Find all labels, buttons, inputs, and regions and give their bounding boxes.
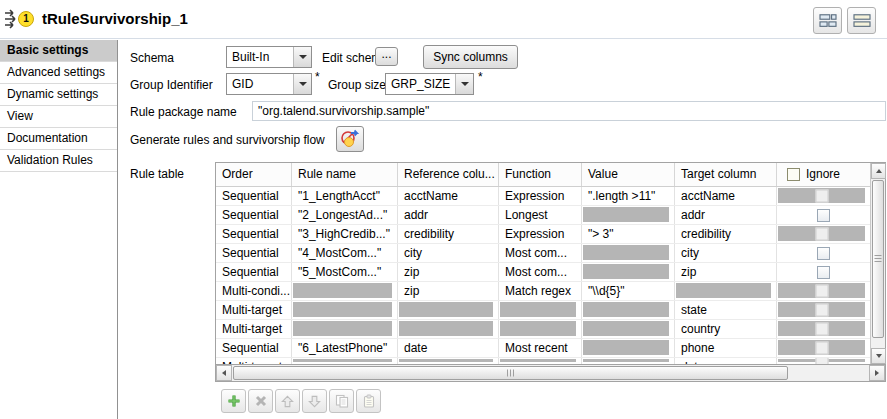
remove-row-button[interactable] xyxy=(248,389,273,413)
table-row: Multi-targetstate xyxy=(216,301,870,320)
column-header-order: Order xyxy=(216,163,292,186)
table-cell[interactable]: city xyxy=(398,244,499,262)
table-cell[interactable]: zip xyxy=(675,263,777,281)
ignore-checkbox[interactable] xyxy=(777,244,870,262)
table-cell-disabled xyxy=(582,301,675,319)
sidebar-item-validation-rules[interactable]: Validation Rules xyxy=(0,150,117,172)
table-cell[interactable]: Multi-target xyxy=(216,301,292,319)
component-header: 1 tRuleSurvivorship_1 xyxy=(0,0,887,39)
table-cell-disabled xyxy=(292,320,398,338)
sidebar-item-documentation[interactable]: Documentation xyxy=(0,128,117,150)
rule-table-label: Rule table xyxy=(130,167,184,181)
ignore-checkbox-disabled xyxy=(777,320,870,338)
move-up-button[interactable] xyxy=(275,389,300,413)
table-row: Sequential"6_LatestPhone"dateMost recent… xyxy=(216,339,870,358)
table-cell[interactable]: ".length >11" xyxy=(582,187,675,205)
page-title: tRuleSurvivorship_1 xyxy=(42,10,188,27)
table-cell[interactable]: Longest xyxy=(499,206,582,224)
table-cell-disabled xyxy=(499,320,582,338)
table-cell[interactable]: Match regex xyxy=(499,282,582,300)
table-cell-disabled xyxy=(292,301,398,319)
scroll-left-icon[interactable] xyxy=(216,365,232,381)
scroll-down-icon[interactable] xyxy=(871,348,886,364)
arrow-down-icon xyxy=(308,395,321,408)
table-cell[interactable]: "2_LongestAd..." xyxy=(292,206,398,224)
generate-rules-button[interactable] xyxy=(336,126,364,152)
table-cell[interactable]: state xyxy=(675,301,777,319)
add-row-button[interactable] xyxy=(221,389,246,413)
horizontal-scrollbar-thumb[interactable] xyxy=(233,366,788,380)
paste-button[interactable] xyxy=(356,389,381,413)
table-cell[interactable]: Most com... xyxy=(499,263,582,281)
table-row: Multi-targetcountry xyxy=(216,320,870,339)
rule-table-body: Sequential"1_LengthAcct"acctNameExpressi… xyxy=(216,187,870,364)
table-cell[interactable]: Sequential xyxy=(216,339,292,357)
chevron-down-icon xyxy=(293,47,311,67)
rule-package-input[interactable]: "org.talend.survivorship.sample" xyxy=(252,101,886,121)
table-cell[interactable]: "1_LengthAcct" xyxy=(292,187,398,205)
vertical-scrollbar[interactable] xyxy=(870,163,885,364)
table-cell[interactable]: acctName xyxy=(398,187,499,205)
table-cell[interactable]: credibility xyxy=(675,225,777,243)
move-down-button[interactable] xyxy=(302,389,327,413)
table-cell[interactable]: zip xyxy=(398,263,499,281)
table-row: Multi-condi...zipMatch regex"\\d{5}" xyxy=(216,282,870,301)
ignore-checkbox[interactable] xyxy=(777,206,870,224)
table-cell[interactable]: Multi-condi... xyxy=(216,282,292,300)
table-cell[interactable]: city xyxy=(675,244,777,262)
rows-view-button[interactable] xyxy=(847,7,876,34)
schema-select[interactable]: Built-In xyxy=(226,46,312,68)
table-cell[interactable]: acctName xyxy=(675,187,777,205)
table-cell[interactable]: Sequential xyxy=(216,244,292,262)
arrow-up-icon xyxy=(281,395,294,408)
table-cell[interactable]: date xyxy=(398,339,499,357)
table-cell[interactable]: Expression xyxy=(499,187,582,205)
sidebar-item-advanced-settings[interactable]: Advanced settings xyxy=(0,62,117,84)
table-cell-disabled xyxy=(582,320,675,338)
copy-button[interactable] xyxy=(329,389,354,413)
ignore-checkbox[interactable] xyxy=(777,263,870,281)
table-cell[interactable]: addr xyxy=(675,206,777,224)
column-header-target-column: Target column xyxy=(675,163,777,186)
grid-view-button[interactable] xyxy=(813,7,842,34)
table-row: Sequential"1_LengthAcct"acctNameExpressi… xyxy=(216,187,870,206)
group-identifier-select[interactable]: GID xyxy=(226,73,312,95)
scroll-up-icon[interactable] xyxy=(871,163,886,179)
table-cell[interactable]: "4_MostCom..." xyxy=(292,244,398,262)
table-cell[interactable]: phone xyxy=(675,339,777,357)
sidebar-item-dynamic-settings[interactable]: Dynamic settings xyxy=(0,84,117,106)
ignore-select-all-checkbox[interactable] xyxy=(787,168,800,181)
ignore-checkbox-disabled xyxy=(777,339,870,357)
group-size-select[interactable]: GRP_SIZE xyxy=(385,73,474,95)
table-cell[interactable]: "6_LatestPhone" xyxy=(292,339,398,357)
vertical-scrollbar-thumb[interactable] xyxy=(872,180,884,338)
scroll-right-icon[interactable] xyxy=(869,365,885,381)
table-row: Sequential"2_LongestAd..."addrLongestadd… xyxy=(216,206,870,225)
table-cell[interactable]: "5_MostCom..." xyxy=(292,263,398,281)
table-cell[interactable]: Sequential xyxy=(216,263,292,281)
table-row: Sequential"3_HighCredib..."credibilityEx… xyxy=(216,225,870,244)
sidebar-item-basic-settings[interactable]: Basic settings xyxy=(0,40,117,62)
generate-rules-label: Generate rules and survivorship flow xyxy=(130,133,325,147)
table-cell[interactable]: Most com... xyxy=(499,244,582,262)
table-cell[interactable]: Multi-target xyxy=(216,320,292,338)
table-cell[interactable]: zip xyxy=(398,282,499,300)
table-cell-disabled xyxy=(582,339,675,357)
component-settings-panel: 1 tRuleSurvivorship_1 Basic settings Adv… xyxy=(0,0,887,419)
sidebar-item-view[interactable]: View xyxy=(0,106,117,128)
table-cell[interactable]: "\\d{5}" xyxy=(582,282,675,300)
table-cell[interactable]: "> 3" xyxy=(582,225,675,243)
column-header-reference-column: Reference colu... xyxy=(398,163,499,186)
table-cell[interactable]: Sequential xyxy=(216,187,292,205)
table-cell[interactable]: Sequential xyxy=(216,225,292,243)
table-cell[interactable]: Expression xyxy=(499,225,582,243)
table-cell[interactable]: country xyxy=(675,320,777,338)
table-cell[interactable]: Most recent xyxy=(499,339,582,357)
table-cell[interactable]: addr xyxy=(398,206,499,224)
table-cell[interactable]: credibility xyxy=(398,225,499,243)
table-cell[interactable]: "3_HighCredib..." xyxy=(292,225,398,243)
edit-schema-button[interactable]: ... xyxy=(375,47,398,66)
horizontal-scrollbar[interactable] xyxy=(216,364,885,381)
table-cell[interactable]: Sequential xyxy=(216,206,292,224)
sync-columns-button[interactable]: Sync columns xyxy=(423,45,518,69)
